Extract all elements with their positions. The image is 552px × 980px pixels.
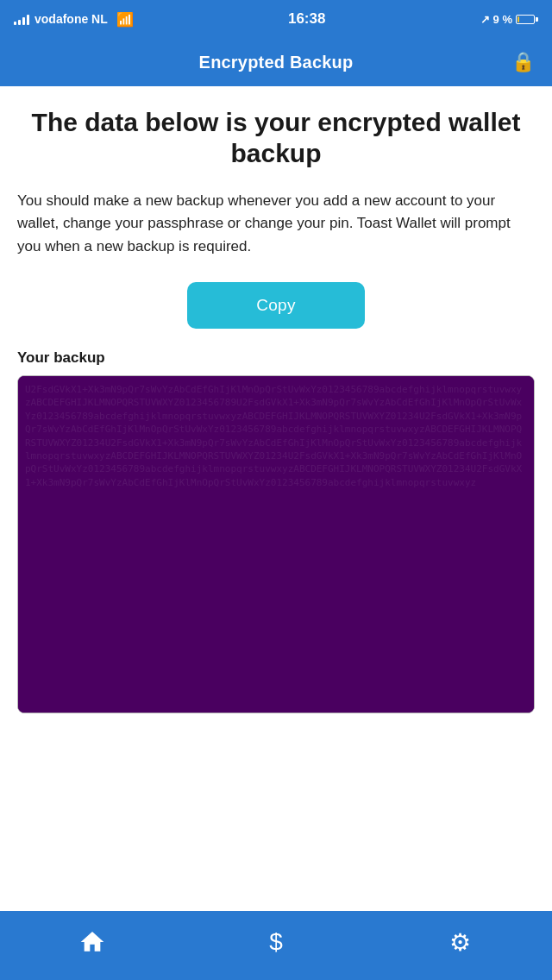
carrier-label: vodafone NL: [34, 12, 108, 26]
tab-settings[interactable]: ⚙: [368, 911, 552, 973]
page-headline: The data below is your encrypted wallet …: [17, 107, 535, 169]
home-icon: [78, 928, 106, 956]
status-bar: vodafone NL 📶 16:38 ↗ 9 %: [0, 0, 552, 38]
dollar-icon: $: [269, 928, 283, 956]
copy-button-wrap: Copy: [17, 282, 535, 329]
nav-title: Encrypted Backup: [199, 53, 354, 72]
battery-icon: [516, 15, 538, 24]
status-right: ↗ 9 %: [480, 13, 538, 26]
backup-text[interactable]: U2FsdGVkX1+Xk3mN9pQr7sWvYzAbCdEfGhIjKlMn…: [18, 376, 534, 713]
settings-icon: ⚙: [449, 928, 471, 957]
nav-bar: Encrypted Backup 🔒: [0, 38, 552, 86]
time-label: 16:38: [288, 10, 325, 28]
location-icon: ↗: [480, 13, 490, 26]
lock-icon[interactable]: 🔒: [511, 51, 535, 73]
tab-home[interactable]: [0, 911, 184, 973]
signal-icon: [14, 13, 29, 25]
tab-dollar[interactable]: $: [184, 911, 367, 973]
main-content: The data below is your encrypted wallet …: [0, 86, 552, 911]
backup-section-label: Your backup: [17, 349, 535, 367]
backup-box: U2FsdGVkX1+Xk3mN9pQr7sWvYzAbCdEfGhIjKlMn…: [17, 375, 535, 713]
battery-pct: 9 %: [493, 13, 512, 26]
status-left: vodafone NL 📶: [14, 11, 134, 28]
copy-button[interactable]: Copy: [187, 282, 365, 329]
wifi-icon: 📶: [116, 11, 134, 28]
tab-bar: $ ⚙: [0, 911, 552, 980]
page-description: You should make a new backup whenever yo…: [17, 190, 535, 258]
